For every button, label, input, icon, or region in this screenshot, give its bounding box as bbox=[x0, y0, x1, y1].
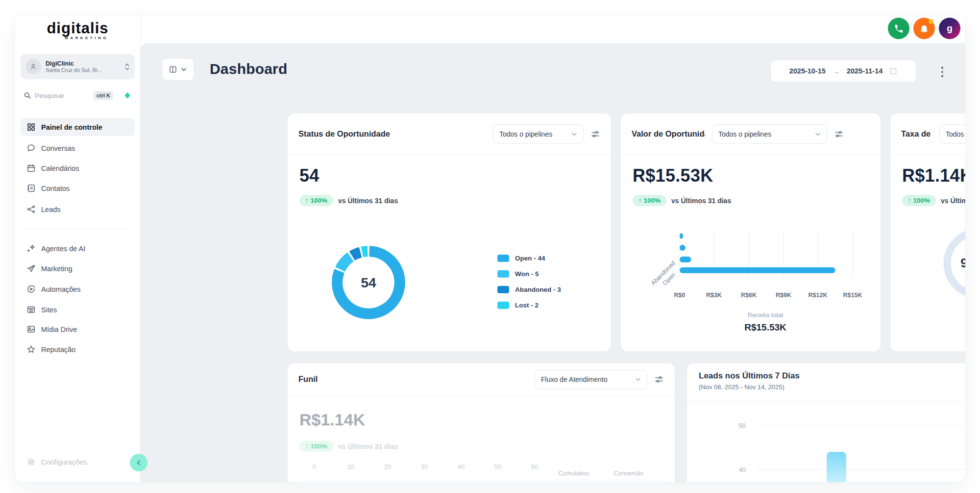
account-name: DigiClinic bbox=[46, 60, 120, 67]
delta-label: vs Últimos 31 dias bbox=[941, 197, 965, 205]
x-axis-tick: 20 bbox=[384, 463, 391, 470]
sidebar-item-leads[interactable]: Leads bbox=[21, 200, 135, 218]
pipeline-select[interactable]: Todos o pipelines bbox=[939, 124, 965, 144]
collapse-sidebar-button[interactable] bbox=[130, 454, 147, 471]
sidebar-item-automacoes[interactable]: Automações bbox=[21, 280, 135, 298]
horizontal-bar-chart: Abandoned Open bbox=[626, 227, 881, 291]
sidebar-item-conversas[interactable]: Conversas bbox=[21, 139, 135, 157]
sidebar-item-label: Contatos bbox=[41, 185, 70, 192]
topbar: g bbox=[141, 15, 965, 43]
sidebar-item-configuracoes[interactable]: Configurações bbox=[21, 453, 119, 471]
chevron-down-icon bbox=[571, 131, 577, 137]
sidebar-item-painel-de-controle[interactable]: Painel de controle bbox=[21, 118, 135, 136]
sidebar-item-marketing[interactable]: Marketing bbox=[21, 259, 135, 278]
pipeline-select[interactable]: Todos o pipelines bbox=[493, 124, 584, 144]
chevron-down-icon bbox=[181, 67, 187, 72]
chart-footer-label: Receita ganha bbox=[890, 312, 965, 320]
chart-footer-value: R$1.14K bbox=[890, 323, 965, 333]
browser-window-icon bbox=[26, 305, 36, 314]
pipeline-select[interactable]: Todos o pipelines bbox=[712, 124, 827, 144]
x-axis-tick: 0 bbox=[312, 463, 316, 470]
legend-item: Won - 5 bbox=[497, 270, 539, 278]
filter-sliders-icon[interactable] bbox=[590, 129, 600, 139]
card-title: Status de Oportunidade bbox=[298, 129, 486, 139]
sidebar-item-label: Agentes de AI bbox=[41, 245, 85, 253]
bell-icon bbox=[919, 23, 929, 33]
x-axis-tick: R$15K bbox=[843, 292, 862, 299]
notification-dot bbox=[929, 19, 933, 24]
metric-delta-row: ↑ 100% vs Últimos 31 dias bbox=[902, 195, 965, 206]
metric-value: R$1.14K bbox=[299, 410, 365, 429]
pipeline-select-value: Todos o pipelines bbox=[718, 130, 771, 138]
delta-badge: ↑ 100% bbox=[633, 195, 666, 206]
delta-label: vs Últimos 31 dias bbox=[338, 443, 398, 450]
card-funil: Funil Fluxo de Atendimento R$1.14K ↑ 100… bbox=[288, 363, 675, 482]
sidebar-item-label: Automações bbox=[41, 285, 81, 293]
chevron-up-down-icon bbox=[124, 63, 130, 70]
card-header: Leads nos Últimos 7 Dias (Nov 08, 2025 -… bbox=[687, 363, 965, 401]
sidebar-item-label: Calendários bbox=[41, 164, 79, 172]
sidebar-item-label: Conversas bbox=[41, 144, 75, 152]
brand-logo: digitalis MARKETING bbox=[15, 20, 141, 40]
pipeline-select[interactable]: Fluxo de Atendimento bbox=[535, 370, 647, 389]
star-icon bbox=[26, 345, 36, 354]
pipeline-select-value: Fluxo de Atendimento bbox=[541, 376, 607, 383]
sidebar-item-agentes-de-ai[interactable]: Agentes de AI bbox=[21, 239, 135, 258]
filter-sliders-icon[interactable] bbox=[654, 375, 664, 384]
header-more-options-button[interactable] bbox=[937, 64, 948, 80]
delta-badge: ↑ 100% bbox=[299, 195, 333, 206]
legend-label: Open - 44 bbox=[515, 255, 545, 262]
gear-icon bbox=[26, 457, 36, 467]
legend-item: Open - 44 bbox=[497, 255, 545, 262]
leads-bar[interactable] bbox=[827, 452, 846, 482]
card-title: Valor de Oportunidade bbox=[632, 129, 705, 139]
layout-switcher-button[interactable] bbox=[162, 58, 194, 81]
card-taxa: Taxa de Todos o pipelines R$1.14K ↑ 100%… bbox=[890, 114, 965, 352]
chevron-down-icon bbox=[635, 376, 641, 382]
filter-sliders-icon[interactable] bbox=[834, 129, 844, 139]
delta-badge: ↑ 100% bbox=[902, 195, 936, 206]
y-axis-tick: 50 bbox=[729, 422, 746, 429]
sidebar-item-calendarios[interactable]: Calendários bbox=[21, 159, 135, 177]
x-axis-tick: 30 bbox=[421, 463, 428, 470]
account-switcher[interactable]: DigiClinic Santa Cruz do Sul, Ri... bbox=[21, 54, 135, 79]
date-range-picker[interactable]: 2025-10-15 → 2025-11-14 bbox=[770, 60, 916, 82]
brand-tagline: MARKETING bbox=[15, 36, 141, 40]
chart-footer-label: Receita total bbox=[665, 311, 866, 319]
legend-chip-abandoned bbox=[497, 286, 509, 293]
ai-quick-action-button[interactable] bbox=[120, 88, 135, 103]
y-axis-tick: 40 bbox=[729, 466, 746, 473]
card-title: Funil bbox=[298, 375, 528, 384]
metric-delta-row: ↑ 100% vs Últimos 31 dias bbox=[299, 441, 398, 452]
search-input[interactable]: Pesquisar ctrl K bbox=[21, 87, 116, 104]
pipeline-select-value: Todos o pipelines bbox=[946, 130, 965, 138]
image-icon bbox=[26, 325, 36, 334]
gauge-percent: 9.26% bbox=[944, 256, 965, 271]
sidebar-item-contatos[interactable]: Contatos bbox=[21, 179, 135, 197]
chevron-down-icon bbox=[815, 131, 821, 137]
sidebar-item-label: Sites bbox=[41, 306, 57, 314]
legend-item: Lost - 2 bbox=[497, 302, 539, 309]
x-axis-tick: R$9K bbox=[776, 292, 791, 299]
notifications-button[interactable] bbox=[913, 18, 935, 39]
card-leads-7-dias: Leads nos Últimos 7 Dias (Nov 08, 2025 -… bbox=[687, 363, 965, 482]
card-valor-oportunidade: Valor de Oportunidade Todos o pipelines … bbox=[621, 114, 881, 352]
user-icon bbox=[29, 63, 37, 70]
account-avatar bbox=[25, 59, 41, 74]
sidebar-item-label: Leads bbox=[41, 206, 61, 213]
phone-button[interactable] bbox=[888, 18, 909, 39]
x-axis-tick: R$6K bbox=[741, 292, 757, 299]
sidebar-item-reputacao[interactable]: Reputação bbox=[21, 340, 135, 358]
user-avatar[interactable]: g bbox=[939, 18, 960, 39]
sidebar-item-midia-drive[interactable]: Mídia Drive bbox=[21, 320, 135, 338]
sidebar-item-sites[interactable]: Sites bbox=[21, 301, 135, 319]
columns-layout-icon bbox=[169, 66, 177, 73]
metric-value: R$15.53K bbox=[633, 165, 713, 186]
pipeline-select-value: Todos o pipelines bbox=[499, 130, 552, 138]
legend-chip-won bbox=[497, 270, 509, 278]
sidebar: digitalis MARKETING DigiClinic Santa Cru… bbox=[15, 15, 141, 482]
paper-plane-icon bbox=[26, 264, 36, 273]
sidebar-item-label: Reputação bbox=[41, 346, 75, 353]
legend-label: Won - 5 bbox=[515, 270, 539, 278]
chat-bubble-icon bbox=[26, 143, 36, 153]
